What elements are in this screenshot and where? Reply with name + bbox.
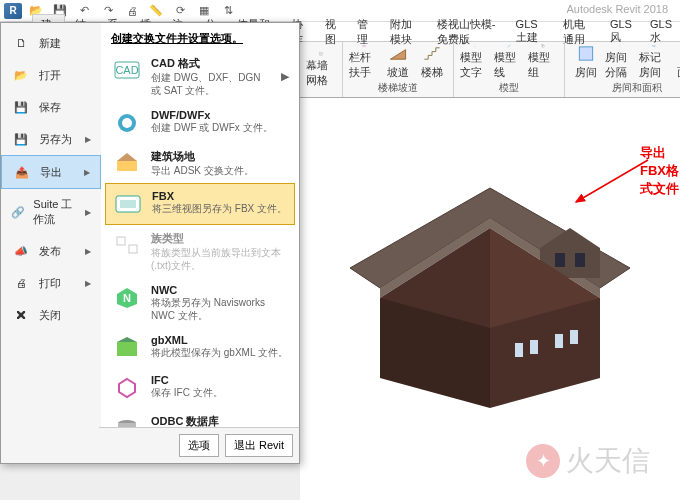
open-folder-icon: 📂 xyxy=(11,67,31,83)
svg-rect-48 xyxy=(570,330,578,344)
panel-label-model: 模型 xyxy=(499,80,519,96)
close-doc-icon: 🗙 xyxy=(11,307,31,323)
panel-label-room: 房间和面积 xyxy=(612,80,662,96)
exit-button[interactable]: 退出 Revit xyxy=(225,434,293,457)
svg-text:N: N xyxy=(123,292,131,304)
panel-label-stair: 楼梯坡道 xyxy=(378,80,418,96)
tag-room-button[interactable]: 1标记 房间 xyxy=(639,44,669,80)
room-button[interactable]: 房间 xyxy=(571,44,601,80)
room-separator-button[interactable]: 房间 分隔 xyxy=(605,44,635,80)
svg-rect-8 xyxy=(543,46,545,48)
3d-viewport[interactable]: 导出FBX格式文件 ✦ 火天信 xyxy=(300,98,680,500)
export-fbx[interactable]: FBX将三维视图另存为 FBX 文件。 xyxy=(105,183,295,225)
svg-marker-27 xyxy=(117,337,137,342)
railing-button[interactable]: 栏杆扶手 xyxy=(349,44,379,80)
chevron-right-icon: ▶ xyxy=(85,208,91,217)
chevron-right-icon: ▶ xyxy=(281,70,289,83)
saveas-icon: 💾 xyxy=(11,131,31,147)
ribbon-panel-model: A模型 文字 模型 线 模型 组 模型 xyxy=(454,42,565,97)
svg-rect-22 xyxy=(117,237,125,245)
menu-left-pane: 🗋新建 📂打开 💾保存 💾另存为▶ 📤导出▶ 🔗Suite 工作流▶ 📣发布▶ … xyxy=(1,23,101,463)
svg-rect-45 xyxy=(515,343,523,357)
export-family[interactable]: 族类型将族类型从当前族导出到文本(.txt)文件。 xyxy=(105,225,295,278)
svg-rect-23 xyxy=(129,245,137,253)
chevron-right-icon: ▶ xyxy=(85,279,91,288)
svg-text:CAD: CAD xyxy=(115,64,138,76)
svg-rect-21 xyxy=(120,200,136,208)
publish-icon: 📣 xyxy=(11,243,31,259)
svg-text:1: 1 xyxy=(653,45,655,47)
export-site[interactable]: 建筑场地导出 ADSK 交换文件。 xyxy=(105,143,295,183)
model-text-button[interactable]: A模型 文字 xyxy=(460,44,490,80)
menu-open[interactable]: 📂打开 xyxy=(1,59,101,91)
svg-line-6 xyxy=(508,45,511,47)
menu-saveas[interactable]: 💾另存为▶ xyxy=(1,123,101,155)
svg-rect-9 xyxy=(579,47,592,60)
svg-rect-7 xyxy=(542,45,544,47)
export-nwc[interactable]: NNWC将场景另存为 Navisworks NWC 文件。 xyxy=(105,278,295,328)
menu-save[interactable]: 💾保存 xyxy=(1,91,101,123)
svg-rect-38 xyxy=(555,253,565,267)
stair-button[interactable]: 楼梯 xyxy=(417,44,447,80)
area-button[interactable]: 面积 xyxy=(673,44,680,80)
menu-right-pane: 创建交换文件并设置选项。 CADCAD 格式创建 DWG、DXF、DGN 或 S… xyxy=(101,23,299,463)
export-icon: 📤 xyxy=(12,164,32,180)
family-icon xyxy=(111,231,143,259)
ribbon-panel-room: 房间 房间 分隔 1标记 房间 面积 房间和面积 xyxy=(565,42,680,97)
ribbon-panel-wall: 幕墙 网格 xyxy=(300,42,343,97)
save-disk-icon: 💾 xyxy=(11,99,31,115)
svg-line-50 xyxy=(576,160,648,202)
svg-rect-39 xyxy=(575,253,585,267)
ribbon-panel-circulation: 栏杆扶手 坡道 楼梯 楼梯坡道 xyxy=(343,42,454,97)
options-button[interactable]: 选项 xyxy=(179,434,219,457)
export-ifc[interactable]: IFC保存 IFC 文件。 xyxy=(105,368,295,408)
svg-point-17 xyxy=(122,118,132,128)
watermark-text: 火天信 xyxy=(566,442,650,480)
ifc-icon xyxy=(111,374,143,402)
watermark: ✦ 火天信 xyxy=(526,442,650,480)
cad-icon: CAD xyxy=(111,56,143,84)
chevron-right-icon: ▶ xyxy=(85,135,91,144)
model-group-button[interactable]: 模型 组 xyxy=(528,44,558,80)
ramp-button[interactable]: 坡道 xyxy=(383,44,413,80)
menu-publish[interactable]: 📣发布▶ xyxy=(1,235,101,267)
nwc-icon: N xyxy=(111,284,143,312)
chevron-right-icon: ▶ xyxy=(84,168,90,177)
suite-icon: 🔗 xyxy=(11,204,25,220)
print-icon: 🖨 xyxy=(11,275,31,291)
fbx-icon xyxy=(112,190,144,218)
svg-text:A: A xyxy=(474,45,476,47)
dwf-icon xyxy=(111,109,143,137)
new-icon: 🗋 xyxy=(11,35,31,51)
export-pane-title: 创建交换文件并设置选项。 xyxy=(105,27,295,50)
menu-new[interactable]: 🗋新建 xyxy=(1,27,101,59)
svg-rect-47 xyxy=(555,334,563,348)
svg-rect-26 xyxy=(117,342,137,356)
menu-close[interactable]: 🗙关闭 xyxy=(1,299,101,331)
site-icon xyxy=(111,149,143,177)
app-title: Autodesk Revit 2018 xyxy=(566,3,668,15)
export-cad[interactable]: CADCAD 格式创建 DWG、DXF、DGN 或 SAT 文件。▶ xyxy=(105,50,295,103)
svg-marker-19 xyxy=(117,153,137,161)
svg-rect-18 xyxy=(117,161,137,171)
menu-footer: 选项 退出 Revit xyxy=(101,427,299,463)
svg-marker-28 xyxy=(119,379,135,397)
gbxml-icon xyxy=(111,334,143,362)
menu-export[interactable]: 📤导出▶ xyxy=(1,155,101,189)
model-line-button[interactable]: 模型 线 xyxy=(494,44,524,80)
export-gbxml[interactable]: gbXML将此模型保存为 gbXML 文件。 xyxy=(105,328,295,368)
annotation-text: 导出FBX格式文件 xyxy=(640,144,680,198)
curtain-grid-button[interactable]: 幕墙 网格 xyxy=(306,52,336,88)
application-menu: 🗋新建 📂打开 💾保存 💾另存为▶ 📤导出▶ 🔗Suite 工作流▶ 📣发布▶ … xyxy=(0,22,300,464)
chevron-right-icon: ▶ xyxy=(85,247,91,256)
export-dwf[interactable]: DWF/DWFx创建 DWF 或 DWFx 文件。 xyxy=(105,103,295,143)
app-logo[interactable]: R xyxy=(4,3,22,19)
watermark-logo-icon: ✦ xyxy=(526,444,560,478)
menu-print[interactable]: 🖨打印▶ xyxy=(1,267,101,299)
svg-rect-46 xyxy=(530,340,538,354)
menu-suite[interactable]: 🔗Suite 工作流▶ xyxy=(1,189,101,235)
